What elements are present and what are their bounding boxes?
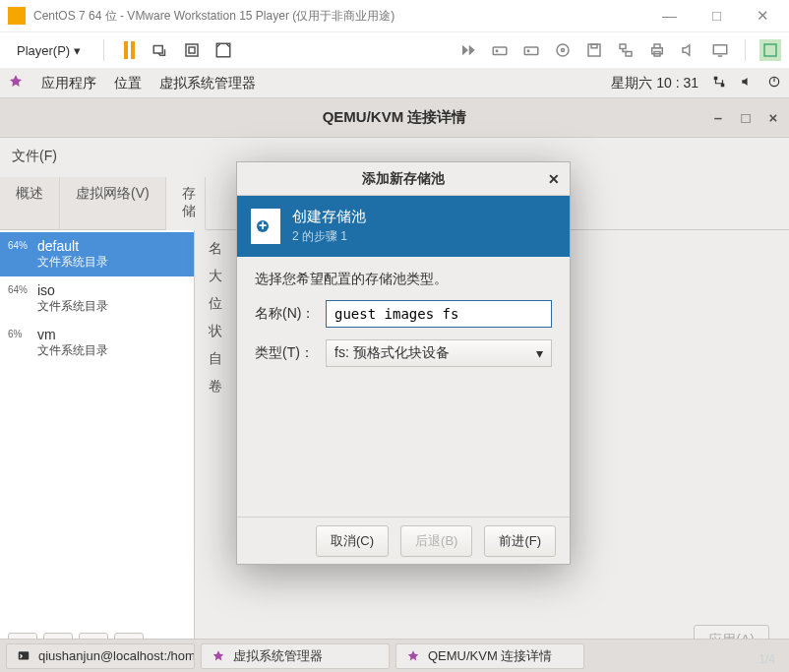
pool-item-default[interactable]: 64% default 文件系统目录: [0, 232, 194, 276]
pool-name: vm: [37, 327, 108, 342]
svg-rect-22: [19, 651, 30, 659]
places-menu[interactable]: 位置: [114, 75, 142, 92]
display-icon[interactable]: [709, 39, 731, 61]
network-tray-icon[interactable]: [712, 75, 726, 92]
sound-icon[interactable]: [678, 39, 699, 61]
connection-window-titlebar: QEMU/KVM 连接详情 – □ ×: [0, 98, 789, 138]
activities-icon[interactable]: [8, 74, 24, 92]
vmware-title: CentOS 7 64 位 - VMware Workstation 15 Pl…: [33, 8, 394, 25]
svg-point-7: [527, 50, 529, 52]
svg-rect-18: [764, 44, 776, 56]
vmware-logo-icon: [8, 7, 26, 25]
modal-footer: 取消(C) 后退(B) 前进(F): [237, 517, 570, 564]
type-select-value: fs: 预格式化块设备: [334, 344, 450, 362]
player-menu-button[interactable]: Player(P) ▾: [8, 38, 90, 63]
svg-point-8: [557, 44, 569, 56]
gnome-top-bar: 应用程序 位置 虚拟系统管理器 星期六 10 : 31: [0, 69, 789, 98]
svg-point-5: [496, 50, 498, 52]
modal-titlebar: 添加新存储池 ✕: [237, 162, 570, 196]
storage-pool-icon: [251, 209, 280, 244]
modal-title: 添加新存储池: [362, 170, 445, 188]
network-icon[interactable]: [615, 39, 637, 61]
svg-rect-2: [189, 47, 195, 53]
svg-rect-19: [714, 77, 718, 81]
hdd-icon-2[interactable]: [520, 39, 542, 61]
name-label: 名称(N)：: [255, 305, 316, 323]
svg-point-9: [562, 49, 565, 52]
pool-type: 文件系统目录: [37, 298, 108, 315]
tab-storage[interactable]: 存储: [166, 177, 206, 230]
svg-rect-4: [493, 47, 507, 55]
player-toolbar: Player(P) ▾: [0, 31, 789, 69]
tools-icon[interactable]: [759, 39, 781, 61]
svg-rect-0: [153, 46, 162, 54]
pool-item-vm[interactable]: 6% vm 文件系统目录: [0, 321, 194, 365]
cancel-button[interactable]: 取消(C): [316, 525, 389, 557]
banner-title: 创建存储池: [292, 208, 366, 226]
pool-type: 文件系统目录: [37, 342, 108, 359]
taskbar-label: qiushanjun@localhost:/home/qiu…: [38, 648, 195, 663]
pause-button[interactable]: [118, 39, 140, 61]
name-input[interactable]: [326, 300, 552, 328]
vmware-titlebar: CentOS 7 64 位 - VMware Workstation 15 Pl…: [0, 0, 789, 31]
tab-virtual-network[interactable]: 虚拟网络(V): [60, 177, 166, 229]
pool-name: iso: [37, 282, 108, 298]
chevron-down-icon: ▾: [74, 43, 81, 58]
add-storage-pool-modal: 添加新存储池 ✕ 创建存储池 2 的步骤 1 选择您希望配置的存储池类型。 名称…: [236, 161, 571, 565]
modal-banner: 创建存储池 2 的步骤 1: [237, 196, 570, 257]
svg-rect-17: [713, 45, 727, 54]
fit-guest-icon[interactable]: [181, 39, 203, 61]
volume-tray-icon[interactable]: [740, 75, 754, 92]
svg-rect-1: [186, 44, 198, 56]
taskbar-item-vmm[interactable]: 虚拟系统管理器: [201, 643, 390, 669]
pool-usage-pct: 64%: [8, 282, 31, 295]
pool-usage-pct: 6%: [8, 327, 31, 339]
pool-name: default: [37, 238, 108, 254]
forward-button[interactable]: 前进(F): [484, 525, 556, 557]
type-select[interactable]: fs: 预格式化块设备 ▾: [326, 339, 552, 367]
taskbar-label: QEMU/KVM 连接详情: [428, 647, 552, 665]
window-maximize[interactable]: □: [738, 110, 754, 126]
taskbar-item-terminal[interactable]: qiushanjun@localhost:/home/qiu…: [6, 643, 195, 669]
cd-icon[interactable]: [552, 39, 574, 61]
tab-overview[interactable]: 概述: [0, 177, 60, 229]
player-menu-label: Player(P): [17, 43, 70, 58]
power-tray-icon[interactable]: [767, 75, 781, 92]
window-minimize[interactable]: –: [710, 110, 726, 126]
chevron-down-icon: ▾: [536, 345, 543, 361]
close-button[interactable]: ✕: [757, 7, 769, 25]
taskbar-item-connection[interactable]: QEMU/KVM 连接详情: [395, 643, 584, 669]
taskbar-label: 虚拟系统管理器: [233, 647, 323, 665]
svg-rect-12: [620, 44, 626, 49]
storage-pool-list: 64% default 文件系统目录 64% iso 文件系统目录 6% vm …: [0, 230, 195, 668]
applications-menu[interactable]: 应用程序: [41, 75, 96, 92]
separator: [103, 39, 104, 61]
type-label: 类型(T)：: [255, 344, 316, 362]
pool-item-iso[interactable]: 64% iso 文件系统目录: [0, 276, 194, 321]
pool-type: 文件系统目录: [37, 254, 108, 271]
maximize-button[interactable]: □: [712, 7, 721, 25]
connection-window-title: QEMU/KVM 连接详情: [323, 108, 467, 127]
floppy-icon[interactable]: [583, 39, 605, 61]
hdd-icon-1[interactable]: [489, 39, 511, 61]
current-app-label[interactable]: 虚拟系统管理器: [159, 75, 256, 92]
pool-usage-pct: 64%: [8, 238, 31, 251]
fast-forward-icon[interactable]: [457, 39, 479, 61]
send-ctrl-alt-del-icon[interactable]: [150, 39, 171, 61]
svg-rect-15: [654, 44, 660, 48]
banner-step: 2 的步骤 1: [292, 228, 366, 245]
window-close[interactable]: ×: [765, 110, 781, 126]
watermark: 1/4: [759, 652, 775, 666]
printer-icon[interactable]: [646, 39, 668, 61]
svg-rect-6: [524, 47, 538, 55]
svg-rect-11: [591, 44, 597, 48]
gnome-taskbar: qiushanjun@localhost:/home/qiu… 虚拟系统管理器 …: [0, 639, 789, 672]
clock[interactable]: 星期六 10 : 31: [611, 75, 698, 92]
modal-intro: 选择您希望配置的存储池类型。: [255, 271, 552, 288]
back-button[interactable]: 后退(B): [400, 525, 472, 557]
separator: [745, 39, 746, 61]
fullscreen-icon[interactable]: [212, 39, 234, 61]
minimize-button[interactable]: —: [662, 7, 677, 25]
svg-rect-10: [588, 44, 600, 56]
modal-close-icon[interactable]: ✕: [548, 171, 560, 187]
